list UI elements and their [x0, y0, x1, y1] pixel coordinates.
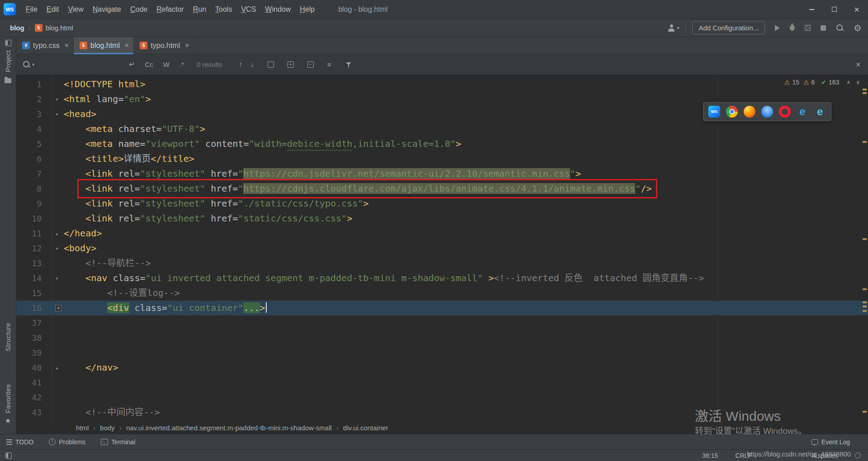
- code-text[interactable]: <link rel="stylesheet" href="./static/cs…: [64, 196, 368, 211]
- previous-problem-icon[interactable]: ∧: [846, 79, 850, 85]
- user-account-icon[interactable]: [668, 24, 675, 32]
- code-token[interactable]: <link: [85, 168, 118, 179]
- toggle-words[interactable]: W: [163, 61, 170, 68]
- code-line-14[interactable]: 14▾ <nav class="ui inverted attached seg…: [16, 271, 868, 286]
- code-text[interactable]: <head>: [64, 107, 96, 122]
- menu-refactor[interactable]: Refactor: [152, 3, 188, 16]
- code-token[interactable]: <link: [85, 213, 118, 224]
- firefox-icon[interactable]: [744, 106, 755, 118]
- code-token[interactable]: class=: [113, 273, 145, 283]
- code-token[interactable]: <head>: [64, 108, 96, 119]
- code-token[interactable]: debice-width: [287, 138, 353, 149]
- code-line-6[interactable]: 6 <title>详情页</title>: [16, 151, 868, 166]
- code-token[interactable]: [64, 168, 85, 179]
- tool-button-problems[interactable]: !Problems: [49, 438, 85, 446]
- newline-icon[interactable]: ↵: [129, 60, 135, 69]
- code-token[interactable]: href=: [205, 183, 238, 194]
- code-token[interactable]: <div: [107, 302, 129, 313]
- code-text[interactable]: <!--中间内容-->: [64, 405, 160, 420]
- code-token[interactable]: href=: [205, 213, 238, 224]
- caret-position[interactable]: 36:15: [702, 452, 718, 459]
- code-text[interactable]: <!--导航栏-->: [64, 256, 151, 271]
- run-button[interactable]: [775, 25, 780, 31]
- next-problem-icon[interactable]: ∨: [856, 79, 860, 85]
- code-line-15[interactable]: 15 <!--设置log-->: [16, 286, 868, 301]
- search-history-chevron-icon[interactable]: ▾: [32, 62, 34, 67]
- coverage-button[interactable]: [805, 25, 811, 31]
- code-token[interactable]: ": [570, 168, 576, 179]
- code-text[interactable]: <!DOCTYPE html>: [64, 77, 146, 92]
- close-tab-icon[interactable]: ×: [185, 42, 189, 49]
- code-line-40[interactable]: 40▴ </nav>: [16, 360, 868, 375]
- code-token[interactable]: "./static/css/typo.css": [238, 198, 363, 209]
- code-text[interactable]: <meta charset="UTF-8">: [64, 122, 205, 136]
- code-token[interactable]: ...: [243, 302, 259, 313]
- code-token[interactable]: name=: [118, 138, 145, 149]
- code-token[interactable]: </nav>: [85, 362, 118, 373]
- code-token[interactable]: content=: [200, 138, 249, 149]
- code-token[interactable]: </head>: [64, 228, 102, 239]
- code-token[interactable]: <!--设置log-->: [107, 287, 179, 298]
- code-line-13[interactable]: 13 <!--导航栏-->: [16, 256, 868, 271]
- breadcrumb-project[interactable]: blog: [10, 24, 24, 32]
- code-token[interactable]: 详情页: [123, 153, 151, 164]
- code-token[interactable]: "ui container": [167, 302, 244, 313]
- code-token[interactable]: "static/css/css.css": [238, 213, 347, 224]
- fold-open-icon[interactable]: ▾: [55, 245, 58, 252]
- fold-end-icon[interactable]: ▴: [55, 365, 58, 371]
- code-text[interactable]: </head>: [64, 226, 102, 241]
- code-token[interactable]: [64, 183, 85, 194]
- tab-typo.html[interactable]: 5typo.html×: [134, 37, 194, 54]
- tab-typo.css[interactable]: #typo.css×: [16, 37, 74, 54]
- code-token[interactable]: <link: [85, 183, 118, 194]
- code-token[interactable]: />: [641, 183, 651, 194]
- code-text[interactable]: <html lang="en">: [64, 92, 151, 107]
- code-token[interactable]: "viewport": [146, 138, 200, 149]
- code-line-7[interactable]: 7 <link rel="stylesheet" href="https://c…: [16, 166, 868, 181]
- code-token[interactable]: <!--中间内容-->: [85, 407, 160, 418]
- code-line-4[interactable]: 4 <meta charset="UTF-8">: [16, 122, 868, 136]
- menu-run[interactable]: Run: [189, 3, 211, 16]
- code-line-1[interactable]: 1<!DOCTYPE html>: [16, 77, 868, 92]
- code-token[interactable]: <nav: [85, 273, 113, 283]
- code-line-37[interactable]: 37: [16, 315, 868, 330]
- code-token[interactable]: >: [483, 273, 494, 283]
- code-line-16[interactable]: 16+ <div class="ui container"...>: [16, 301, 868, 315]
- tool-button-todo[interactable]: TODO: [6, 438, 33, 446]
- tool-button-event-log[interactable]: Event Log: [811, 438, 850, 446]
- code-token[interactable]: [64, 362, 85, 373]
- code-text[interactable]: </nav>: [64, 360, 118, 375]
- fold-open-icon[interactable]: ▾: [55, 275, 58, 282]
- safari-icon[interactable]: [761, 106, 773, 118]
- code-token[interactable]: "stylesheet": [140, 213, 206, 224]
- code-token[interactable]: <html: [64, 94, 96, 104]
- code-token[interactable]: >: [347, 213, 352, 224]
- code-token[interactable]: [64, 198, 85, 209]
- code-token[interactable]: "stylesheet": [140, 183, 206, 194]
- code-token[interactable]: charset=: [118, 123, 161, 134]
- code-text[interactable]: <link rel="stylesheet" href="https://cdn…: [64, 166, 581, 181]
- fold-open-icon[interactable]: ▾: [55, 96, 58, 103]
- code-token[interactable]: "en": [123, 94, 145, 104]
- close-tab-icon[interactable]: ×: [65, 42, 69, 49]
- code-token[interactable]: https://cdn.jsdelivr.net/semantic-ui/2.2…: [243, 168, 570, 179]
- breadcrumb-item[interactable]: div.ui.container: [343, 424, 388, 432]
- opera-icon[interactable]: [779, 106, 791, 118]
- code-token[interactable]: </title>: [151, 153, 194, 164]
- code-token[interactable]: rel=: [118, 183, 140, 194]
- code-token[interactable]: href=: [205, 198, 238, 209]
- code-token[interactable]: [64, 153, 85, 164]
- code-token[interactable]: <meta: [85, 123, 118, 134]
- code-token[interactable]: <!--导航栏-->: [85, 258, 151, 268]
- code-line-12[interactable]: 12▾<body>: [16, 241, 868, 256]
- search-options-icon[interactable]: ≡: [327, 61, 331, 68]
- previous-occurrence-icon[interactable]: ↑: [239, 61, 242, 68]
- code-token[interactable]: "width=: [249, 138, 287, 149]
- code-line-43[interactable]: 43 <!--中间内容-->: [16, 405, 868, 420]
- code-token[interactable]: [64, 287, 107, 298]
- code-line-41[interactable]: 41: [16, 375, 868, 390]
- ie-icon[interactable]: e: [814, 106, 826, 118]
- code-token[interactable]: class=: [135, 302, 167, 313]
- add-configuration-button[interactable]: Add Configuration...: [692, 21, 765, 34]
- code-token[interactable]: rel=: [118, 198, 140, 209]
